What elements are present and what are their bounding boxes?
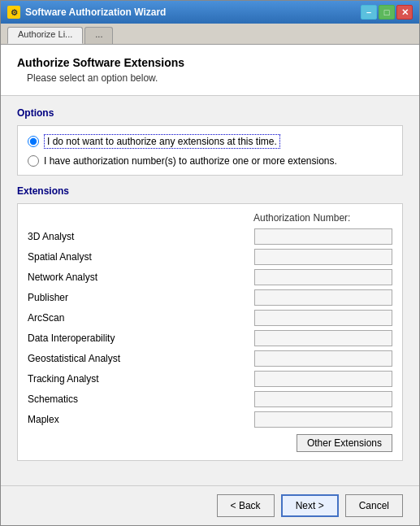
app-icon: ⚙ (7, 6, 20, 19)
ext-name-schematics: Schematics (28, 393, 254, 405)
ext-input-spatial-analyst[interactable] (254, 249, 392, 265)
ext-input-publisher[interactable] (254, 289, 392, 306)
ext-row-schematics: Schematics (28, 391, 392, 407)
ext-row-spatial-analyst: Spatial Analyst (28, 249, 392, 265)
minimize-button[interactable]: – (361, 5, 377, 20)
ext-name-arcscan: ArcScan (28, 312, 254, 324)
radio-no-authorize-label: I do not want to authorize any extension… (44, 134, 280, 149)
title-bar-left: ⚙ Software Authorization Wizard (7, 6, 166, 19)
ext-input-network-analyst[interactable] (254, 269, 392, 285)
options-section-label: Options (17, 107, 403, 119)
back-button[interactable]: < Back (217, 494, 275, 517)
title-bar: ⚙ Software Authorization Wizard – □ ✕ (1, 1, 419, 24)
ext-row-tracking: Tracking Analyst (28, 371, 392, 387)
main-window: ⚙ Software Authorization Wizard – □ ✕ Au… (0, 0, 420, 526)
ext-row-geostatistical: Geostatistical Analyst (28, 350, 392, 367)
content-area: Authorize Software Extensions Please sel… (1, 45, 419, 525)
other-extensions-button[interactable]: Other Extensions (297, 434, 392, 452)
ext-name-publisher: Publisher (28, 292, 254, 303)
ext-row-data-interop: Data Interoperability (28, 330, 392, 346)
ext-name-geostatistical: Geostatistical Analyst (28, 353, 254, 364)
ext-name-data-interop: Data Interoperability (28, 333, 254, 344)
radio-has-auth-number[interactable] (28, 155, 39, 167)
ext-input-geostatistical[interactable] (254, 350, 392, 367)
ext-row-maplex: Maplex (28, 411, 392, 428)
ext-name-maplex: Maplex (28, 414, 254, 425)
next-button[interactable]: Next > (281, 494, 339, 517)
window-title: Software Authorization Wizard (25, 7, 166, 18)
nav-tabs: Authorize Li... ... (1, 24, 419, 45)
ext-name-spatial-analyst: Spatial Analyst (28, 251, 254, 263)
other-extensions-row: Other Extensions (28, 434, 392, 452)
close-button[interactable]: ✕ (396, 5, 413, 20)
page-subtitle: Please select an option below. (27, 72, 403, 84)
header-section: Authorize Software Extensions Please sel… (1, 45, 419, 96)
ext-input-data-interop[interactable] (254, 330, 392, 346)
radio-option-1-row: I do not want to authorize any extension… (28, 134, 392, 149)
title-bar-controls: – □ ✕ (361, 5, 413, 20)
ext-row-publisher: Publisher (28, 289, 392, 306)
ext-row-3d-analyst: 3D Analyst (28, 228, 392, 245)
radio-option-2-row: I have authorization number(s) to author… (28, 155, 392, 167)
tab-other[interactable]: ... (84, 27, 113, 44)
extensions-section-label: Extensions (17, 185, 403, 197)
ext-input-tracking[interactable] (254, 371, 392, 387)
auth-number-header: Authorization Number: (250, 212, 392, 224)
options-box: I do not want to authorize any extension… (17, 125, 403, 176)
ext-row-arcscan: ArcScan (28, 310, 392, 326)
ext-input-maplex[interactable] (254, 411, 392, 428)
ext-input-arcscan[interactable] (254, 310, 392, 326)
ext-input-schematics[interactable] (254, 391, 392, 407)
ext-row-network-analyst: Network Analyst (28, 269, 392, 285)
footer: < Back Next > Cancel (1, 485, 419, 525)
ext-name-3d-analyst: 3D Analyst (28, 231, 254, 242)
maximize-button[interactable]: □ (379, 5, 395, 20)
ext-name-tracking: Tracking Analyst (28, 373, 254, 385)
radio-no-authorize[interactable] (28, 136, 39, 147)
cancel-button[interactable]: Cancel (345, 494, 403, 517)
ext-input-3d-analyst[interactable] (254, 228, 392, 245)
extensions-box: Authorization Number: 3D Analyst Spatial… (17, 203, 403, 461)
ext-name-network-analyst: Network Analyst (28, 272, 254, 283)
extensions-header-row: Authorization Number: (28, 212, 392, 224)
page-title: Authorize Software Extensions (17, 56, 403, 69)
radio-has-auth-label: I have authorization number(s) to author… (44, 155, 337, 167)
tab-authorize-license[interactable]: Authorize Li... (7, 27, 83, 44)
main-area: Options I do not want to authorize any e… (1, 96, 419, 485)
